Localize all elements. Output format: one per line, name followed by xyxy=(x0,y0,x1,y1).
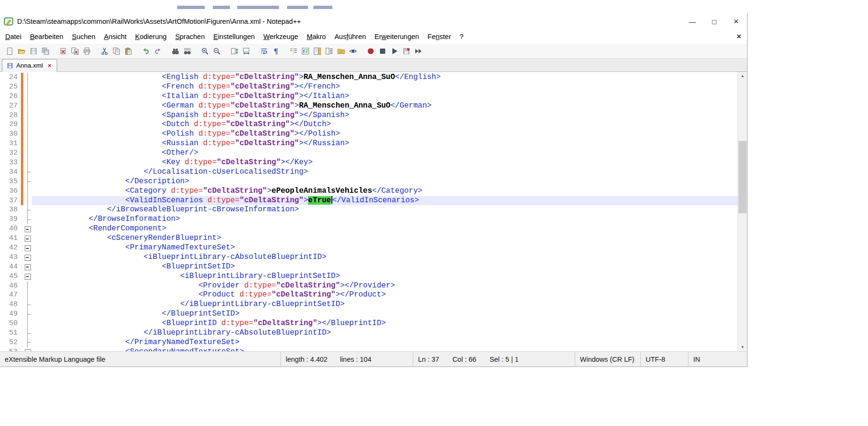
close-button[interactable] xyxy=(57,45,69,57)
line-number[interactable]: 52 xyxy=(0,338,21,347)
line-number[interactable]: 49 xyxy=(0,309,21,319)
menu-ansicht[interactable]: Ansicht xyxy=(100,30,131,44)
sync-scroll-v-button[interactable] xyxy=(229,45,240,57)
line-number[interactable]: 38 xyxy=(0,205,21,215)
scrollbar-thumb[interactable] xyxy=(738,141,747,213)
undo-button[interactable] xyxy=(140,45,151,57)
menu-suchen[interactable]: Suchen xyxy=(68,30,100,44)
menu-close-button[interactable]: × xyxy=(731,32,747,41)
record-macro-button[interactable] xyxy=(365,45,376,57)
monitoring-button[interactable] xyxy=(347,45,359,57)
save-all-button[interactable] xyxy=(40,45,51,57)
code-text[interactable]: <BlueprintSetID> xyxy=(32,262,738,272)
replace-button[interactable] xyxy=(181,45,193,57)
document-list-button[interactable] xyxy=(323,45,335,57)
code-text[interactable]: </iBrowseableBlueprint-cBrowseInformatio… xyxy=(32,205,738,215)
code-text[interactable]: <French d:type="cDeltaString"></French> xyxy=(32,82,738,92)
editor-lines[interactable]: 24 <English d:type="cDeltaString">RA_Men… xyxy=(0,72,738,351)
cut-button[interactable] xyxy=(99,45,110,57)
sync-scroll-h-button[interactable] xyxy=(240,45,252,57)
line-number[interactable]: 27 xyxy=(0,101,21,111)
code-text[interactable]: <PrimaryNamedTextureSet> xyxy=(32,243,738,253)
menu-help[interactable]: ? xyxy=(455,30,468,44)
maximize-button[interactable]: □ xyxy=(703,13,725,30)
line-number[interactable]: 37 xyxy=(0,196,21,206)
fold-toggle-icon[interactable] xyxy=(23,234,32,243)
zoom-out-button[interactable] xyxy=(211,45,222,57)
code-text[interactable]: <RenderComponent> xyxy=(32,224,738,234)
line-number[interactable]: 29 xyxy=(0,120,21,129)
show-indent-guide-button[interactable] xyxy=(288,45,299,57)
copy-button[interactable] xyxy=(110,45,122,57)
fold-toggle-icon[interactable] xyxy=(23,262,32,272)
status-column[interactable]: Col : 66 xyxy=(452,356,476,363)
line-number[interactable]: 36 xyxy=(0,187,21,196)
code-text[interactable]: <German d:type="cDeltaString">RA_Mensche… xyxy=(32,101,738,111)
zoom-in-button[interactable] xyxy=(199,45,210,57)
save-macro-button[interactable] xyxy=(400,45,412,57)
playback-macro-button[interactable] xyxy=(389,45,400,57)
status-selection[interactable]: Sel : 5 | 1 xyxy=(489,356,519,363)
code-text[interactable]: <Dutch d:type="cDeltaString"></Dutch> xyxy=(32,120,738,129)
line-number[interactable]: 32 xyxy=(0,149,21,158)
line-number[interactable]: 44 xyxy=(0,262,21,272)
menu-makro[interactable]: Makro xyxy=(302,30,330,44)
word-wrap-button[interactable] xyxy=(258,45,269,57)
fold-toggle-icon[interactable] xyxy=(23,272,32,281)
vertical-scrollbar[interactable]: ▲ ▼ xyxy=(738,72,747,351)
code-text[interactable]: <Italian d:type="cDeltaString"></Italian… xyxy=(32,92,738,101)
line-number[interactable]: 48 xyxy=(0,300,21,309)
line-number[interactable]: 46 xyxy=(0,281,21,291)
menu-werkzeuge[interactable]: Werkzeuge xyxy=(259,30,302,44)
code-text[interactable]: <cSceneryRenderBlueprint> xyxy=(32,234,738,243)
line-number[interactable]: 24 xyxy=(0,73,21,82)
line-number[interactable]: 51 xyxy=(0,328,21,338)
save-button[interactable] xyxy=(28,45,39,57)
line-number[interactable]: 41 xyxy=(0,234,21,243)
line-number[interactable]: 39 xyxy=(0,215,21,224)
code-text[interactable]: <Provider d:type="cDeltaString"></Provid… xyxy=(32,281,738,291)
folder-as-workspace-button[interactable] xyxy=(335,45,347,57)
code-text[interactable]: <BlueprintID d:type="cDeltaString"></Blu… xyxy=(32,319,738,328)
code-text[interactable]: </iBlueprintLibrary-cAbsoluteBlueprintID… xyxy=(32,328,738,338)
menu-kodierung[interactable]: Kodierung xyxy=(131,30,171,44)
code-text[interactable]: <iBlueprintLibrary-cAbsoluteBlueprintID> xyxy=(32,253,738,262)
status-insert-mode[interactable]: IN xyxy=(693,356,700,363)
status-encoding[interactable]: UTF-8 xyxy=(646,356,665,363)
code-text[interactable]: <Other/> xyxy=(32,149,738,158)
menu-erweiterungen[interactable]: Erweiterungen xyxy=(370,30,424,44)
menu-fenster[interactable]: Fenster xyxy=(423,30,455,44)
line-number[interactable]: 31 xyxy=(0,139,21,149)
code-text[interactable]: <SecondaryNamedTextureSet> xyxy=(32,347,738,351)
code-text[interactable]: </Localisation-cUserLocalisedString> xyxy=(32,168,738,177)
line-number[interactable]: 33 xyxy=(0,158,21,168)
code-text[interactable]: <Product d:type="cDeltaString"></Product… xyxy=(32,290,738,300)
open-folder-button[interactable] xyxy=(16,45,27,57)
code-text[interactable]: <English d:type="cDeltaString">RA_Mensch… xyxy=(32,73,738,82)
print-button[interactable] xyxy=(81,45,92,57)
line-number[interactable]: 45 xyxy=(0,272,21,281)
fold-toggle-icon[interactable] xyxy=(23,224,32,234)
stop-recording-button[interactable] xyxy=(377,45,388,57)
fold-toggle-icon[interactable] xyxy=(23,243,32,253)
fold-toggle-icon[interactable] xyxy=(23,347,32,351)
line-number[interactable]: 42 xyxy=(0,243,21,253)
status-line-number[interactable]: Ln : 37 xyxy=(418,356,439,363)
menu-datei[interactable]: Datei xyxy=(1,30,26,44)
line-number[interactable]: 26 xyxy=(0,92,21,101)
line-number[interactable]: 34 xyxy=(0,168,21,177)
code-text[interactable]: </BlueprintSetID> xyxy=(32,309,738,319)
minimize-button[interactable]: — xyxy=(681,13,703,30)
line-number[interactable]: 47 xyxy=(0,290,21,300)
paste-button[interactable] xyxy=(122,45,134,57)
code-text[interactable]: </iBlueprintLibrary-cBlueprintSetID> xyxy=(32,300,738,309)
tab-close-icon[interactable]: × xyxy=(47,62,52,69)
document-map-button[interactable] xyxy=(311,45,323,57)
line-number[interactable]: 30 xyxy=(0,129,21,139)
line-number[interactable]: 53 xyxy=(0,347,21,351)
fold-toggle-icon[interactable] xyxy=(23,253,32,262)
run-macro-multiple-button[interactable] xyxy=(412,45,424,57)
line-number[interactable]: 35 xyxy=(0,177,21,187)
find-button[interactable] xyxy=(170,45,181,57)
code-text[interactable]: </BrowseInformation> xyxy=(32,215,738,224)
